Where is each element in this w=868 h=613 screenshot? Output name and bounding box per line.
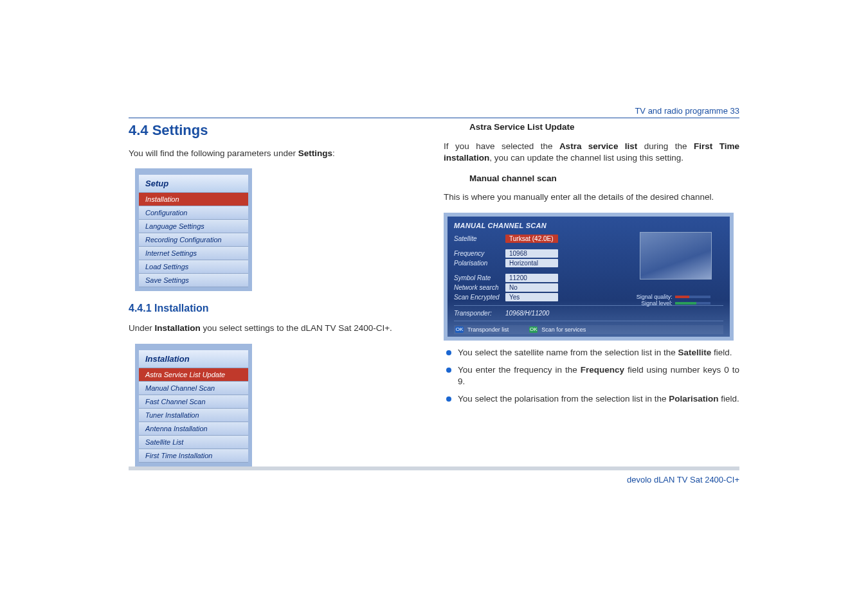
field-value: 10968	[505, 249, 558, 258]
signal-quality-label: Signal quality:	[637, 294, 673, 300]
setup-menu-screenshot: Setup Installation Configuration Languag…	[135, 168, 252, 291]
footer-rule	[129, 466, 739, 470]
subheading: Astra Service List Update	[469, 122, 739, 132]
menu-item: Configuration	[139, 206, 248, 220]
field-label: Frequency	[454, 250, 505, 257]
section-heading: 4.4 Settings	[129, 122, 424, 139]
list-item: You enter the frequency in the Frequency…	[446, 364, 739, 394]
text: field.	[711, 348, 732, 357]
action-label: Scan for services	[541, 326, 586, 333]
text: , you can update the channel list using …	[489, 153, 683, 163]
menu-item: Tuner Installation	[139, 409, 248, 422]
divider	[454, 321, 723, 321]
paragraph: This is where you manually enter all the…	[444, 191, 739, 204]
menu-item: Manual Channel Scan	[139, 382, 248, 395]
field-row: Network search No	[454, 283, 723, 292]
text: You will find the following parameters u…	[129, 148, 298, 158]
signal-level-label: Signal level:	[641, 300, 673, 306]
scan-title: MANUAL CHANNEL SCAN	[454, 220, 723, 233]
text-bold: Frequency	[581, 365, 624, 375]
field-value: No	[505, 283, 558, 292]
field-label: Polarisation	[454, 260, 505, 267]
manual-channel-scan-screenshot: MANUAL CHANNEL SCAN Satellite Turksat (4…	[444, 213, 734, 341]
field-label: Scan Encrypted	[454, 294, 505, 301]
transponder-label: Transponder:	[454, 310, 505, 317]
action-bar: OK Transponder list OK Scan for services	[454, 325, 723, 334]
menu-title: Installation	[139, 350, 248, 368]
menu-item: Antenna Installation	[139, 422, 248, 436]
signal-level-bar	[675, 302, 710, 305]
installation-menu-screenshot: Installation Astra Service List Update M…	[135, 344, 252, 466]
intro-paragraph: You will find the following parameters u…	[129, 148, 424, 160]
field-value: Turksat (42.0E)	[505, 235, 558, 243]
bullet-list: You select the satellite name from the s…	[444, 347, 739, 411]
transponder-row: Transponder: 10968/H/11200	[454, 310, 723, 317]
menu-item: Fast Channel Scan	[139, 395, 248, 409]
list-item: You select the satellite name from the s…	[446, 347, 739, 364]
text: You select the satellite name from the s…	[458, 348, 678, 357]
text: you select settings to the dLAN TV Sat 2…	[201, 323, 392, 333]
list-item: You select the polarisation from the sel…	[446, 393, 739, 411]
paragraph: If you have selected the Astra service l…	[444, 141, 739, 165]
menu-item: Save Settings	[139, 274, 248, 287]
field-value: 11200	[505, 274, 558, 282]
footer-text: devolo dLAN TV Sat 2400-CI+	[627, 475, 739, 484]
paragraph: Under Installation you select settings t…	[129, 323, 424, 335]
field-value: Yes	[505, 293, 558, 301]
menu-item: Installation	[139, 193, 248, 206]
text: You enter the frequency in the	[458, 365, 581, 375]
action-label: Transponder list	[467, 326, 509, 333]
subsection-heading: 4.4.1 Installation	[129, 303, 424, 314]
header-rule	[129, 118, 739, 118]
menu-item: Astra Service List Update	[139, 368, 248, 382]
text: You select the polarisation from the sel…	[458, 394, 669, 404]
menu-item: Load Settings	[139, 260, 248, 274]
menu-item: Internet Settings	[139, 247, 248, 260]
field-label: Network search	[454, 284, 505, 291]
text-bold: Astra service list	[559, 141, 637, 151]
text: during the	[637, 141, 694, 151]
transponder-value: 10968/H/11200	[505, 310, 549, 317]
signal-readout: Signal quality: Signal level:	[637, 294, 710, 306]
text-bold: Satellite	[678, 348, 711, 357]
subheading: Manual channel scan	[469, 173, 739, 183]
text-bold: Settings	[298, 148, 332, 158]
text-bold: Polarisation	[669, 394, 718, 404]
field-value: Horizontal	[505, 259, 558, 267]
menu-item: Recording Configuration	[139, 233, 248, 247]
text: field.	[718, 394, 739, 404]
text: :	[332, 148, 335, 158]
ok-key-icon: OK	[455, 326, 464, 333]
field-label: Satellite	[454, 235, 505, 242]
ok-key-icon: OK	[529, 326, 538, 333]
menu-title: Setup	[139, 175, 248, 193]
text: If you have selected the	[444, 141, 559, 151]
menu-item: First Time Installation	[139, 449, 248, 463]
signal-quality-bar	[675, 296, 710, 298]
video-preview	[640, 232, 712, 280]
text: Under	[129, 323, 155, 333]
menu-item: Satellite List	[139, 436, 248, 449]
running-header: TV and radio programme 33	[635, 106, 739, 116]
field-label: Symbol Rate	[454, 274, 505, 281]
text-bold: Installation	[155, 323, 201, 333]
menu-item: Language Settings	[139, 220, 248, 233]
